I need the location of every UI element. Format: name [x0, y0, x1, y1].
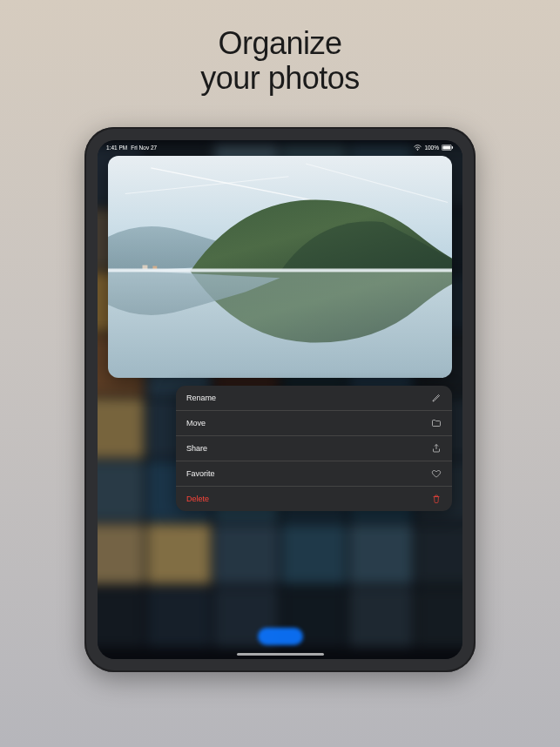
context-menu: RenameMoveShareFavoriteDelete — [176, 386, 452, 511]
headline-line1: Organize — [218, 25, 341, 61]
pencil-icon — [431, 393, 442, 403]
headline-line2: your photos — [200, 60, 360, 96]
photo-preview[interactable] — [108, 156, 452, 378]
menu-item-label: Move — [186, 419, 206, 427]
add-button[interactable] — [258, 628, 303, 645]
status-battery-text: 100% — [424, 145, 439, 151]
folder-icon — [431, 418, 442, 428]
svg-rect-3 — [452, 146, 453, 149]
menu-item-favorite[interactable]: Favorite — [176, 461, 452, 487]
home-indicator — [237, 653, 324, 656]
status-bar: 1:41 PM Fri Nov 27 100% — [98, 140, 462, 152]
menu-item-share[interactable]: Share — [176, 436, 452, 461]
status-time: 1:41 PM — [106, 145, 127, 151]
menu-item-label: Favorite — [186, 469, 215, 478]
svg-point-0 — [417, 149, 418, 150]
battery-icon — [442, 145, 454, 151]
marketing-headline: Organize your photos — [0, 26, 560, 97]
menu-item-label: Share — [186, 444, 207, 453]
svg-rect-2 — [442, 145, 450, 149]
wifi-icon — [414, 145, 422, 151]
heart-icon — [431, 468, 442, 479]
status-date: Fri Nov 27 — [131, 145, 157, 151]
share-icon — [431, 443, 442, 454]
menu-item-label: Rename — [186, 394, 216, 402]
menu-item-move[interactable]: Move — [176, 411, 452, 436]
svg-rect-11 — [108, 268, 452, 272]
device-frame: 1:41 PM Fri Nov 27 100% — [84, 127, 476, 672]
device-screen: 1:41 PM Fri Nov 27 100% — [98, 140, 462, 659]
trash-icon — [431, 494, 442, 504]
menu-item-rename[interactable]: Rename — [176, 386, 452, 411]
menu-item-delete[interactable]: Delete — [176, 487, 452, 511]
menu-item-label: Delete — [186, 495, 209, 503]
